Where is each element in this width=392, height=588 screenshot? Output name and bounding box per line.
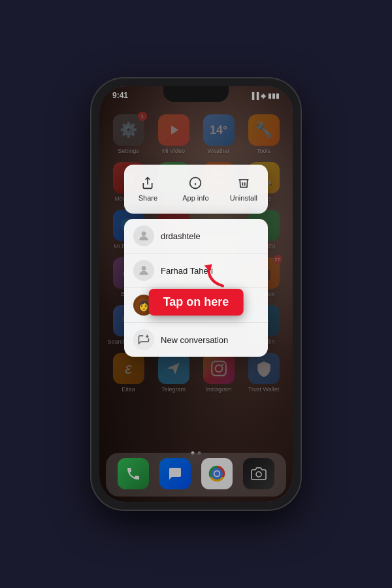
contact-drdashtele[interactable]: drdashtele [124,219,268,253]
svg-point-7 [142,231,146,236]
contacts-list: drdashtele Farhad Taheri 👩 Nasim❤ [124,219,268,357]
share-label: Share [139,194,157,202]
uninstall-label: Uninstall [230,194,257,202]
new-conversation-label: New conversation [161,335,228,345]
tap-banner: Tap on here [149,289,244,316]
phone-screen: 9:41 ▐▐ ◈ ▮▮▮ ⚙️ 1 Settings [99,86,293,502]
appinfo-action[interactable]: App info [172,171,220,207]
drdashtele-name: drdashtele [161,231,201,241]
phone-frame: 9:41 ▐▐ ◈ ▮▮▮ ⚙️ 1 Settings [91,78,301,510]
new-conversation[interactable]: New conversation [124,323,268,357]
trash-icon [237,176,250,193]
appinfo-label: App info [182,194,208,202]
uninstall-action[interactable]: Uninstall [220,171,268,207]
svg-point-8 [142,266,146,270]
actions-row: Share App info [124,171,268,207]
drdashtele-avatar [133,225,154,246]
context-actions: Share App info [124,165,268,214]
farhad-avatar [133,260,154,281]
context-popup: Share App info [124,165,268,357]
new-conversation-avatar [133,329,154,350]
share-action[interactable]: Share [124,171,172,207]
share-icon [141,176,154,193]
info-icon [189,176,202,193]
